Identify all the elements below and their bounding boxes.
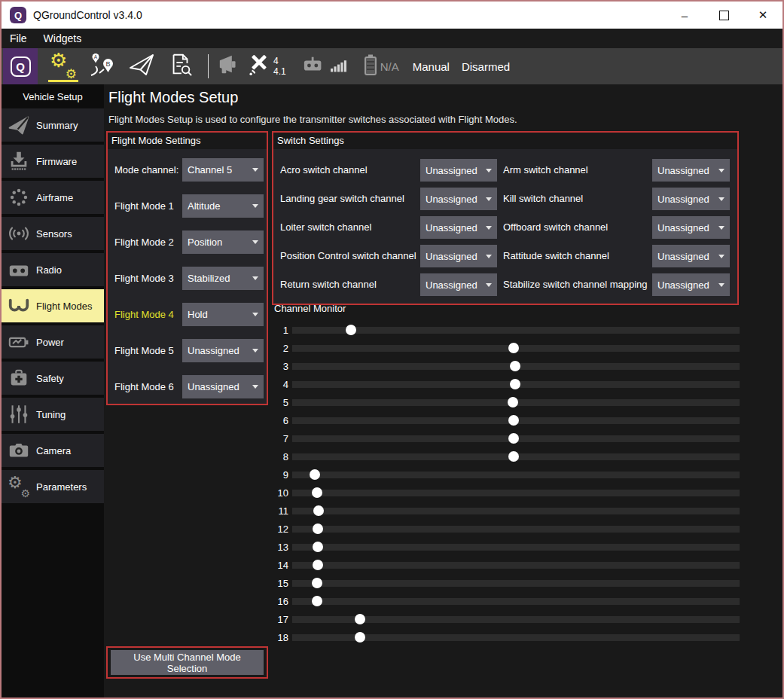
- app-icon: Q: [10, 7, 26, 23]
- menu-widgets[interactable]: Widgets: [35, 32, 90, 44]
- dropdown-value: Unassigned: [657, 222, 715, 234]
- close-button[interactable]: ✕: [743, 2, 782, 29]
- channel-13-row: 13: [274, 538, 740, 556]
- sidebar-item-camera[interactable]: Camera: [2, 434, 104, 467]
- maximize-button[interactable]: [704, 2, 743, 29]
- vehicle-setup-sidebar: Vehicle Setup SummaryFirmwareAirframeSen…: [2, 84, 104, 697]
- sidebar-item-summary[interactable]: Summary: [2, 108, 104, 142]
- radio-controller-icon: [2, 258, 36, 281]
- plan-route-icon: A B: [89, 51, 116, 81]
- channel-4-value-dot: [510, 379, 520, 389]
- sidebar-item-tuning[interactable]: Tuning: [2, 398, 104, 431]
- acro-switch-channel-dropdown[interactable]: Unassigned: [420, 159, 497, 182]
- flight-mode-indicator[interactable]: Manual: [413, 60, 450, 73]
- dropdown-value: Unassigned: [426, 194, 482, 205]
- sidebar-item-airframe[interactable]: Airframe: [2, 181, 104, 214]
- qgc-logo-button[interactable]: Q: [3, 48, 38, 84]
- mode-channel-dropdown[interactable]: Channel 5: [182, 158, 264, 182]
- vehicle-setup-view-button[interactable]: ⚙⚙: [44, 48, 83, 84]
- flight-mode-row-flight-mode-2: Flight Mode 2Position: [108, 230, 267, 255]
- channel-9-track: [292, 472, 740, 478]
- gps-lock: 4.1: [273, 66, 286, 77]
- rc-rssi-indicator[interactable]: [303, 56, 349, 77]
- flight-mode-5-dropdown[interactable]: Unassigned: [182, 339, 264, 362]
- close-icon: ✕: [758, 8, 768, 22]
- arm-switch-channel-dropdown[interactable]: Unassigned: [652, 159, 730, 182]
- sidebar-item-firmware[interactable]: Firmware: [2, 145, 104, 178]
- plan-view-button[interactable]: A B: [83, 48, 122, 84]
- chevron-down-icon: [252, 313, 258, 316]
- sidebar-item-label: Camera: [36, 445, 71, 456]
- sidebar-item-power[interactable]: Power: [2, 325, 104, 359]
- airframe-dots-icon: [2, 186, 36, 209]
- menu-file[interactable]: File: [2, 32, 35, 44]
- flight-mode-1-dropdown[interactable]: Altitude: [182, 194, 264, 218]
- sidebar-item-flight-modes[interactable]: Flight Modes: [2, 289, 104, 322]
- flight-mode-2-dropdown[interactable]: Position: [182, 230, 264, 254]
- row-label: Flight Mode 1: [114, 194, 174, 218]
- flight-mode-3-dropdown[interactable]: Stabilized: [182, 267, 264, 290]
- rattitude-switch-channel-dropdown[interactable]: Unassigned: [652, 245, 730, 267]
- channel-6-track: [292, 417, 740, 424]
- gps-count: 4: [273, 56, 286, 66]
- parameters-gears-icon: ⚙⚙: [2, 476, 36, 497]
- sidebar-item-label: Sensors: [36, 228, 72, 240]
- gears-icon: ⚙⚙: [50, 53, 77, 80]
- return-switch-channel-dropdown[interactable]: Unassigned: [420, 273, 497, 296]
- qgc-logo-icon: Q: [11, 56, 31, 77]
- flight-mode-row-flight-mode-5: Flight Mode 5Unassigned: [108, 339, 267, 363]
- sidebar-item-radio[interactable]: Radio: [2, 253, 104, 286]
- channel-monitor: Channel Monitor 123456789101112131415161…: [274, 303, 740, 646]
- channel-number: 6: [274, 415, 288, 426]
- switch-label-position-control-switch-channel: Position Control switch channel: [280, 245, 416, 267]
- channel-13-track: [292, 544, 740, 551]
- landing-gear-switch-channel-dropdown[interactable]: Unassigned: [420, 188, 497, 210]
- channel-17-value-dot: [355, 614, 365, 624]
- sidebar-item-safety[interactable]: Safety: [2, 362, 104, 395]
- toolbar-separator: [208, 54, 209, 78]
- fly-view-button[interactable]: [122, 48, 161, 84]
- channel-3-track: [292, 363, 740, 370]
- dropdown-value: Hold: [188, 309, 249, 320]
- dropdown-value: Unassigned: [657, 165, 715, 176]
- flight-modes-wave-icon: [2, 295, 36, 317]
- arm-status-indicator[interactable]: Disarmed: [462, 60, 510, 73]
- position-control-switch-channel-dropdown[interactable]: Unassigned: [420, 245, 497, 267]
- channel-15-row: 15: [274, 574, 740, 592]
- row-label: Mode channel:: [114, 158, 178, 182]
- channel-number: 14: [274, 560, 288, 571]
- gps-indicator[interactable]: 4 4.1: [246, 52, 286, 81]
- use-multi-channel-mode-button[interactable]: Use Multi Channel Mode Selection: [111, 650, 264, 675]
- channel-3-value-dot: [510, 361, 520, 371]
- channel-4-track: [292, 381, 740, 388]
- loiter-switch-channel-dropdown[interactable]: Unassigned: [420, 216, 497, 239]
- camera-icon: [2, 439, 36, 462]
- sidebar-item-sensors[interactable]: Sensors: [2, 217, 104, 250]
- channel-8-row: 8: [274, 447, 740, 465]
- sidebar-item-label: Radio: [36, 264, 62, 276]
- svg-text:B: B: [105, 60, 110, 68]
- channel-3-row: 3: [274, 357, 740, 375]
- switch-settings-title: Switch Settings: [273, 133, 737, 148]
- battery-icon: [363, 53, 378, 80]
- flight-mode-4-dropdown[interactable]: Hold: [182, 303, 264, 326]
- channel-18-track: [292, 634, 740, 641]
- paper-plane-icon: [128, 51, 155, 81]
- chevron-down-icon: [252, 385, 258, 389]
- messages-indicator[interactable]: [218, 53, 242, 80]
- kill-switch-channel-dropdown[interactable]: Unassigned: [652, 188, 730, 210]
- offboard-switch-channel-dropdown[interactable]: Unassigned: [652, 216, 730, 239]
- channel-number: 9: [274, 469, 288, 481]
- flight-mode-6-dropdown[interactable]: Unassigned: [182, 375, 264, 398]
- power-battery-icon: [2, 331, 36, 353]
- battery-indicator[interactable]: N/A: [363, 53, 399, 80]
- minimize-button[interactable]: –: [665, 2, 704, 29]
- sidebar-item-parameters[interactable]: ⚙⚙Parameters: [2, 470, 104, 503]
- switch-label-acro-switch-channel: Acro switch channel: [280, 159, 368, 182]
- minimize-icon: –: [682, 9, 688, 22]
- analyze-view-button[interactable]: [161, 48, 200, 84]
- stabilize-switch-channel-mapping-dropdown[interactable]: Unassigned: [652, 273, 730, 296]
- row-label: Flight Mode 5: [114, 339, 174, 363]
- sidebar-item-label: Summary: [36, 120, 78, 131]
- switch-label-loiter-switch-channel: Loiter switch channel: [280, 216, 371, 239]
